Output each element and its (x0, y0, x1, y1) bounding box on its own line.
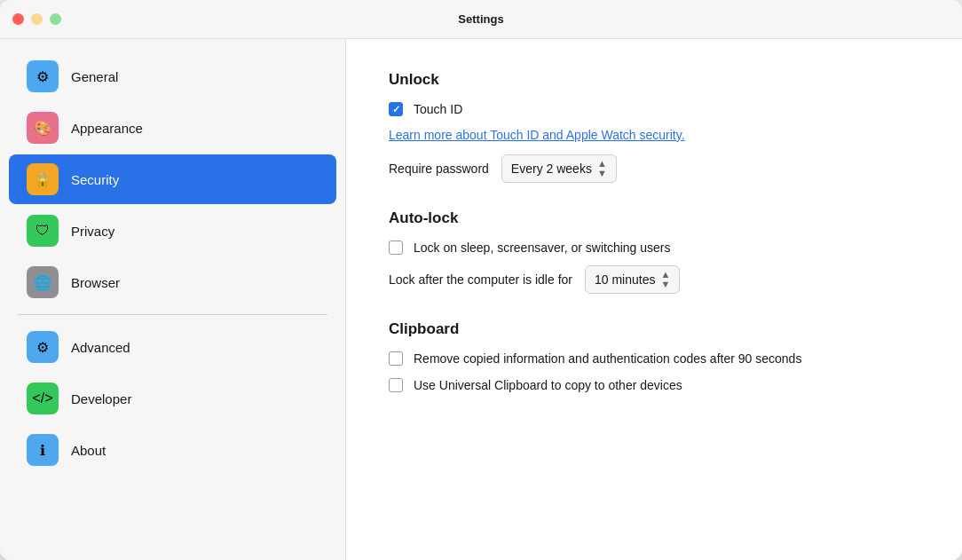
checkbox[interactable] (389, 241, 403, 255)
checkbox-row: Lock on sleep, screensaver, or switching… (389, 240, 919, 257)
select-box[interactable]: 10 minutes▲▼ (585, 265, 680, 294)
sidebar-label-appearance: Appearance (71, 121, 143, 136)
close-button[interactable] (12, 13, 24, 25)
sidebar-label-advanced: Advanced (71, 340, 130, 355)
checkbox[interactable] (389, 102, 403, 116)
select-box[interactable]: Every 2 weeks▲▼ (501, 154, 617, 183)
checkbox-row: Remove copied information and authentica… (389, 351, 919, 368)
settings-window: Settings ⚙General🎨Appearance🔒Security🛡Pr… (0, 0, 962, 560)
sidebar-label-about: About (71, 443, 106, 458)
select-arrows-icon: ▲▼ (660, 270, 670, 289)
checkbox[interactable] (389, 378, 403, 392)
learn-more-link[interactable]: Learn more about Touch ID and Apple Watc… (389, 128, 919, 142)
checkbox-label: Use Universal Clipboard to copy to other… (414, 377, 682, 395)
checkbox-row: Touch ID (389, 101, 919, 119)
window-title: Settings (458, 12, 503, 26)
titlebar: Settings (0, 0, 962, 39)
section-title-unlock: Unlock (389, 71, 919, 89)
advanced-icon: ⚙ (27, 331, 59, 363)
section-clipboard: ClipboardRemove copied information and a… (389, 320, 919, 394)
sidebar-item-privacy[interactable]: 🛡Privacy (9, 206, 336, 256)
select-value: 10 minutes (595, 272, 655, 287)
sidebar-item-appearance[interactable]: 🎨Appearance (9, 103, 336, 153)
sidebar-label-general: General (71, 69, 118, 84)
minimize-button[interactable] (31, 13, 43, 25)
privacy-icon: 🛡 (27, 215, 59, 247)
content-area: ⚙General🎨Appearance🔒Security🛡Privacy🌐Bro… (0, 39, 962, 560)
sidebar-item-about[interactable]: ℹAbout (9, 425, 336, 475)
developer-icon: </> (27, 383, 59, 414)
sidebar-divider (18, 314, 327, 315)
sidebar-label-developer: Developer (71, 391, 131, 406)
sidebar-item-general[interactable]: ⚙General (9, 51, 336, 101)
about-icon: ℹ (27, 434, 59, 466)
checkbox-label: Touch ID (414, 101, 462, 119)
select-row: Require passwordEvery 2 weeks▲▼ (389, 154, 919, 183)
maximize-button[interactable] (50, 13, 61, 25)
sidebar-label-security: Security (71, 172, 119, 187)
checkbox-row: Use Universal Clipboard to copy to other… (389, 377, 919, 395)
appearance-icon: 🎨 (27, 112, 59, 144)
browser-icon: 🌐 (27, 266, 59, 298)
sidebar-item-developer[interactable]: </>Developer (9, 374, 336, 423)
general-icon: ⚙ (27, 60, 59, 92)
section-title-autolock: Auto-lock (389, 209, 919, 227)
select-row-label: Require password (389, 162, 489, 176)
section-unlock: UnlockTouch IDLearn more about Touch ID … (389, 71, 919, 183)
traffic-lights (12, 13, 61, 25)
select-arrows-icon: ▲▼ (597, 159, 607, 178)
security-icon: 🔒 (27, 163, 59, 195)
sidebar-item-browser[interactable]: 🌐Browser (9, 257, 336, 307)
sidebar-item-advanced[interactable]: ⚙Advanced (9, 322, 336, 372)
section-title-clipboard: Clipboard (389, 320, 919, 338)
select-row: Lock after the computer is idle for10 mi… (389, 265, 919, 294)
sidebar-label-privacy: Privacy (71, 224, 114, 239)
select-row-label: Lock after the computer is idle for (389, 272, 572, 287)
checkbox-label: Lock on sleep, screensaver, or switching… (414, 240, 670, 257)
section-autolock: Auto-lockLock on sleep, screensaver, or … (389, 209, 919, 295)
sidebar-label-browser: Browser (71, 275, 120, 290)
sidebar-item-security[interactable]: 🔒Security (9, 154, 336, 204)
select-value: Every 2 weeks (511, 162, 592, 176)
sidebar: ⚙General🎨Appearance🔒Security🛡Privacy🌐Bro… (0, 39, 346, 560)
main-content: UnlockTouch IDLearn more about Touch ID … (346, 39, 962, 560)
checkbox-label: Remove copied information and authentica… (414, 351, 801, 368)
checkbox[interactable] (389, 351, 403, 366)
